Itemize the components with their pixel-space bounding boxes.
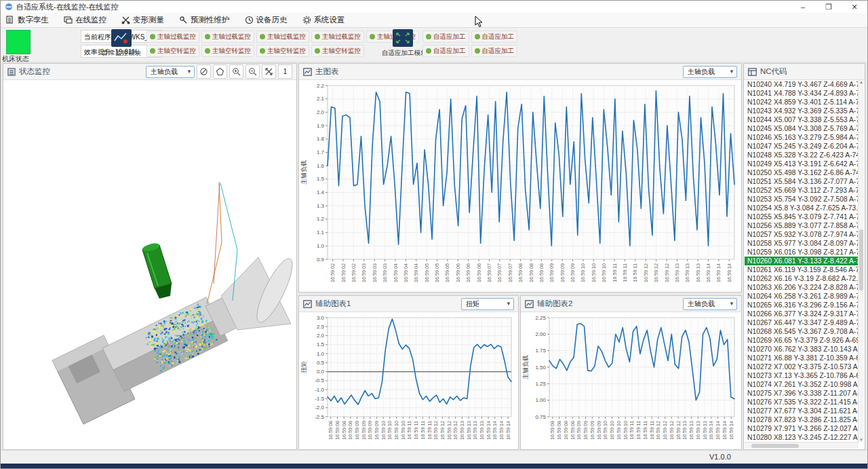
nc-code-line[interactable]: N10264 X6.258 Y-3.261 Z-8.989 A-72.072 [745, 292, 859, 301]
svg-text:0.75: 0.75 [535, 414, 546, 420]
menu-item-digital-twin[interactable]: 数字孪生 [6, 15, 49, 25]
main-chart-signal-select[interactable]: 主轴负载▼ [683, 66, 737, 78]
nc-code-line[interactable]: N10277 X7.677 Y-3.304 Z-11.621 A-64.48 [745, 407, 859, 415]
nc-code-line[interactable]: N10246 X5.163 Y-3.279 Z-5.984 A-74.892 [745, 133, 859, 142]
svg-text:16:59:07: 16:59:07 [486, 263, 492, 282]
overload-monitor-button-2[interactable]: 主轴过载监控 [201, 31, 254, 43]
window-title: 自适应系统-在线监控-在线监控 [16, 2, 118, 12]
status-dot-icon [315, 34, 320, 39]
nc-code-line[interactable]: N10273 X7.13 Y-3.365 Z-10.786 A-67.372 [745, 371, 859, 380]
aux-chart2: 0.751.001.251.501.752.002.2516:59:0816:5… [521, 312, 741, 449]
idle-monitor-button-4[interactable]: 主轴空转监控 [311, 45, 364, 57]
nc-code-line[interactable]: N10267 X6.447 Y-3.347 Z-9.489 A-71.055 [745, 318, 859, 327]
nc-code-line[interactable]: N10251 X5.584 Y-3.136 Z-7.077 A-74.012 [745, 177, 859, 186]
scroll-up-icon[interactable]: ▲ [859, 80, 864, 84]
nc-code-line[interactable]: N10266 X6.377 Y-3.324 Z-9.317 A-71.443 [745, 309, 859, 318]
nc-code-line[interactable]: N10256 X5.889 Y-3.077 Z-7.858 A-73.348 [745, 221, 859, 230]
nc-code-line[interactable]: N10250 X5.498 Y-3.162 Z-6.86 A-74.178 C [745, 168, 859, 177]
zoom-out-button[interactable] [245, 64, 260, 79]
nc-code-line[interactable]: N10265 X6.316 Y-3.296 Z-9.156 A-71.771 [745, 301, 859, 309]
nc-code-line[interactable]: N10252 X5.669 Y-3.112 Z-7.293 A-73.844 [745, 186, 859, 195]
idle-monitor-button-1[interactable]: 主轴空转监控 [146, 45, 199, 57]
nc-code-line[interactable]: N10243 X4.932 Y-3.369 Z-5.335 A-75.523 [745, 107, 859, 115]
overload-monitor-button-1[interactable]: 主轴过载监控 [146, 31, 199, 43]
line-chart-icon [525, 300, 534, 308]
nc-code-line[interactable]: N10279 X7.971 Y-3.266 Z-12.027 A-62.98 [745, 424, 859, 433]
machine-3d-view[interactable] [3, 80, 296, 449]
svg-text:16:59:13: 16:59:13 [684, 263, 690, 282]
nc-code-list[interactable]: N10240 X4.719 Y-3.467 Z-4.669 A-76.396N1… [745, 80, 859, 442]
svg-text:16:59:09: 16:59:09 [361, 421, 367, 440]
nc-code-line[interactable]: N10272 X7.002 Y-3.375 Z-10.573 A-68.05 [745, 362, 859, 371]
idle-monitor-button-3[interactable]: 主轴空转监控 [256, 45, 309, 57]
nc-code-line[interactable]: N10263 X6.206 Y-3.224 Z-8.828 A-72.33 C [745, 283, 859, 292]
svg-text:16:59:13: 16:59:13 [472, 421, 478, 440]
nc-code-line[interactable]: N10268 X6.545 Y-3.367 Z-9.708 A-70.519 [745, 327, 859, 336]
nc-code-line[interactable]: N10278 X7.823 Y-3.286 Z-11.825 A-63.73 [745, 415, 859, 424]
nc-code-title: NC代码 [760, 67, 787, 77]
nc-code-line[interactable]: N10241 X4.788 Y-3.434 Z-4.893 A-76.062 [745, 89, 859, 98]
adaptive-machining-button-3[interactable]: 自适应加工 [422, 45, 469, 57]
view-signal-select[interactable]: 主轴负载▼ [146, 66, 195, 78]
nc-code-line[interactable]: N10259 X6.016 Y-3.098 Z-8.217 A-73.036 [745, 248, 859, 257]
menu-item-system-settings[interactable]: 系统设置 [302, 15, 345, 25]
maximize-button[interactable]: ❐ [816, 1, 842, 13]
aux-chart2-signal-select[interactable]: 主轴负载▼ [683, 298, 737, 310]
nc-code-line[interactable]: N10253 X5.754 Y-3.092 Z-7.508 A-73.677 [745, 195, 859, 204]
menu-item-online-monitor[interactable]: 在线监控 [64, 15, 106, 25]
home-view-button[interactable] [213, 64, 227, 79]
aux-chart1-signal-select[interactable]: 扭矩▼ [461, 298, 514, 310]
menu-item-deformation-measure[interactable]: 变形测量 [121, 15, 164, 25]
zoom-level-box[interactable]: 1 [278, 64, 292, 79]
nc-code-line[interactable]: N10271 X6.88 Y-3.381 Z-10.359 A-68.711 [745, 354, 859, 362]
nc-code-line[interactable]: N10274 X7.261 Y-3.352 Z-10.998 A-66.67 [745, 380, 859, 389]
nc-code-line[interactable]: N10240 X4.719 Y-3.467 Z-4.669 A-76.396 [745, 80, 859, 89]
nc-code-line[interactable]: N10255 X5.845 Y-3.079 Z-7.741 A-73.458 [745, 212, 859, 221]
idle-monitor-button-2[interactable]: 主轴空转监控 [201, 45, 254, 57]
nc-code-line[interactable]: N10258 X5.977 Y-3.084 Z-8.097 A-73.138 [745, 239, 859, 248]
svg-text:16:59:08: 16:59:08 [549, 421, 555, 440]
svg-text:16:59:10: 16:59:10 [580, 263, 586, 282]
adaptive-machining-button-2[interactable]: 自适应加工 [471, 31, 518, 43]
nc-code-line[interactable]: N10269 X6.65 Y-3.379 Z-9.926 A-69.947 C [745, 336, 859, 345]
nc-code-line[interactable]: N10247 X5.245 Y-3.249 Z-6.204 A-74.701 [745, 142, 859, 151]
nc-code-line[interactable]: N10245 X5.084 Y-3.308 Z-5.769 A-75.088 [745, 124, 859, 133]
system-settings-icon [302, 16, 311, 24]
nc-code-line[interactable]: N10262 X6.16 Y-3.19 Z-8.682 A-72.534 C [745, 274, 859, 283]
adaptive-machining-button-4[interactable]: 自适应加工 [471, 45, 518, 57]
svg-text:3.0: 3.0 [317, 315, 325, 321]
zoom-in-button[interactable] [229, 64, 243, 79]
svg-text:16:59:14: 16:59:14 [486, 421, 492, 440]
menu-item-device-history[interactable]: 设备历史 [245, 15, 288, 25]
nc-vertical-scrollbar[interactable]: ▲ ▼ [858, 80, 864, 442]
nc-code-line[interactable]: N10254 X5.8 Y-3.084 Z-7.625 A-73.571 C [745, 204, 859, 212]
nc-horizontal-scrollbar[interactable] [745, 442, 859, 449]
svg-text:16:59:11: 16:59:11 [406, 421, 412, 439]
nc-code-line[interactable]: N10242 X4.859 Y-3.401 Z-5.114 A-75.775 [745, 98, 859, 107]
fit-view-button[interactable] [262, 64, 276, 79]
nc-code-line-selected[interactable]: N10260 X6.081 Y-3.133 Z-8.422 A-72.835 [745, 257, 859, 265]
status-monitor-panel: 状态监控 主轴负载▼ 1 [3, 63, 297, 450]
svg-text:1.00: 1.00 [535, 397, 546, 403]
rotate-view-button[interactable] [197, 64, 211, 79]
minimize-button[interactable]: – [790, 1, 816, 13]
overload-monitor-button-3[interactable]: 主轴过载监控 [256, 31, 309, 43]
nc-code-line[interactable]: N10244 X5.007 Y-3.338 Z-5.553 A-75.297 [745, 115, 859, 124]
overload-monitor-button-4[interactable]: 主轴过载监控 [311, 31, 364, 43]
nc-code-panel: NC代码 N10240 X4.719 Y-3.467 Z-4.669 A-76.… [743, 63, 865, 450]
status-dot-icon [205, 34, 210, 39]
menu-item-predictive-maintenance[interactable]: 预测性维护 [179, 15, 230, 25]
nc-code-line[interactable]: N10249 X5.413 Y-3.191 Z-6.642 A-74.346 [745, 160, 859, 168]
nc-code-line[interactable]: N10270 X6.762 Y-3.383 Z-10.143 A-69.34 [745, 345, 859, 354]
close-button[interactable]: ✕ [842, 1, 867, 13]
nc-code-line[interactable]: N10261 X6.119 Y-3.159 Z-8.546 A-72.701 [745, 265, 859, 274]
nc-code-line[interactable]: N10276 X7.535 Y-3.322 Z-11.415 A-65.22 [745, 398, 859, 407]
scroll-down-icon[interactable]: ▼ [859, 438, 864, 442]
svg-text:16:59:12: 16:59:12 [664, 263, 670, 282]
nc-code-line[interactable]: N10248 X5.328 Y-3.22 Z-6.423 A-74.52 C [745, 151, 859, 160]
nc-code-line[interactable]: N10275 X7.396 Y-3.338 Z-11.207 A-65.95 [745, 389, 859, 398]
nc-code-line[interactable]: N10280 X8.123 Y-3.245 Z-12.227 A-62.23 [745, 433, 859, 442]
svg-text:1.8: 1.8 [317, 136, 325, 142]
nc-code-line[interactable]: N10257 X5.932 Y-3.078 Z-7.974 A-73.243 [745, 230, 859, 239]
adaptive-machining-button-1[interactable]: 自适应加工 [422, 31, 469, 43]
